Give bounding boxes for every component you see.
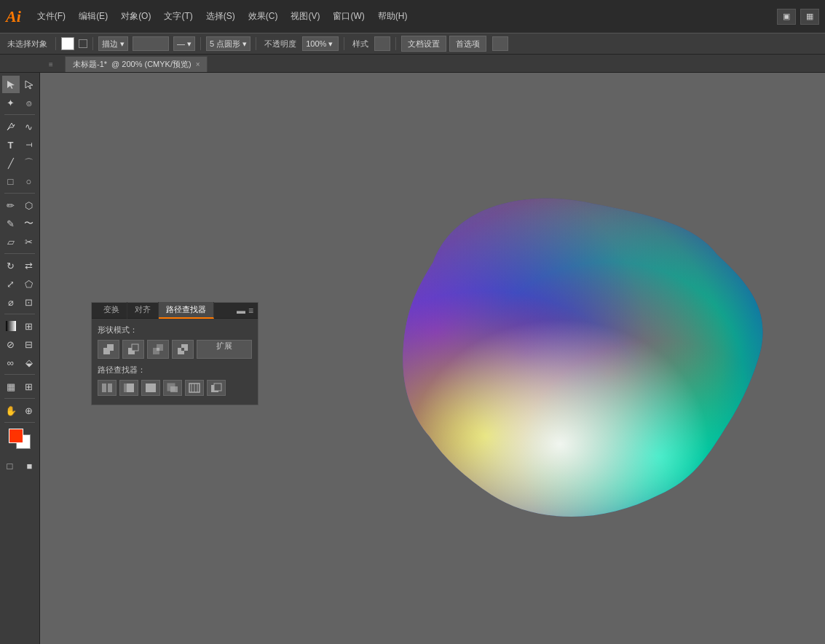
panel-tabs-bar: 变换 对齐 路径查找器	[96, 302, 214, 319]
document-tab[interactable]: 未标题-1* @ 200% (CMYK/预览) ×	[65, 56, 208, 72]
eraser-tool[interactable]: ▱	[2, 233, 20, 250]
panel-toggle[interactable]: ≡	[40, 56, 62, 72]
opacity-dropdown[interactable]: 100% ▾	[302, 36, 339, 51]
canvas-area[interactable]: 变换 对齐 路径查找器 ▬ ≡ 形状模式：	[40, 73, 825, 644]
minus-back-button[interactable]	[207, 380, 226, 396]
full-screen-btn[interactable]: ■	[21, 457, 39, 474]
menu-help[interactable]: 帮助(H)	[372, 7, 414, 25]
minus-front-button[interactable]	[122, 340, 144, 359]
rect-tool[interactable]: □	[2, 172, 20, 190]
brush-tools-row: ✏ ⬡	[2, 196, 38, 214]
scale-tool[interactable]: ⤢	[2, 275, 20, 293]
menu-window[interactable]: 窗口(W)	[327, 7, 370, 25]
blob-svg	[288, 146, 783, 560]
reflect-tool[interactable]: ⇄	[20, 257, 38, 274]
stroke-width-field[interactable]	[133, 36, 169, 51]
column-graph-tool[interactable]: ▦	[2, 378, 20, 395]
workspace-button[interactable]: ▦	[800, 9, 819, 25]
gradient-tool[interactable]	[2, 317, 20, 335]
stroke-swatch[interactable]	[79, 39, 87, 48]
tools-sep-5	[4, 374, 35, 375]
menu-edit[interactable]: 编辑(E)	[73, 7, 114, 25]
merge-button[interactable]	[141, 380, 160, 396]
type-tool[interactable]: T	[2, 136, 20, 154]
menu-select[interactable]: 选择(S)	[200, 7, 241, 25]
rotate-tool[interactable]: ↻	[2, 257, 20, 274]
style-swatch[interactable]	[374, 36, 390, 51]
tab-close-button[interactable]: ×	[196, 60, 200, 68]
selection-tools-row	[2, 76, 38, 93]
divide-button[interactable]	[98, 380, 117, 396]
no-selection-label: 未选择对象	[4, 39, 50, 49]
arc-tool[interactable]: ⌒	[20, 154, 38, 172]
panel-tab-align[interactable]: 对齐	[127, 302, 159, 319]
svg-rect-18	[181, 348, 184, 351]
brush-dropdown[interactable]: 5 点圆形 ▾	[206, 36, 250, 51]
direct-selection-tool[interactable]	[20, 76, 38, 93]
trim-button[interactable]	[119, 380, 138, 396]
shape-modes-label: 形状模式：	[98, 325, 252, 335]
view-mode-button[interactable]: ▣	[777, 9, 796, 25]
vertical-type-tool[interactable]: T	[20, 136, 38, 154]
warp-tool[interactable]: ⌀	[2, 293, 20, 311]
panel-title-buttons: ▬ ≡	[237, 306, 253, 316]
doc-settings-button[interactable]: 文档设置	[401, 36, 446, 52]
panel-minimize-button[interactable]: ▬	[237, 306, 245, 316]
smooth-tool[interactable]: 〜	[20, 215, 38, 232]
scale-tools-row: ⤢ ⬠	[2, 275, 38, 293]
selection-tool[interactable]	[2, 76, 20, 93]
paintbrush-tool[interactable]: ✏	[2, 196, 20, 214]
shear-tool[interactable]: ⬠	[20, 275, 38, 293]
stroke-type-dropdown[interactable]: — ▾	[173, 36, 195, 51]
svg-rect-10	[107, 344, 114, 351]
line-tool[interactable]: ╱	[2, 154, 20, 172]
crop-button[interactable]	[163, 380, 182, 396]
panel-tab-pathfinder[interactable]: 路径查找器	[159, 302, 214, 319]
blob-brush-tool[interactable]: ⬡	[20, 196, 38, 214]
ellipse-tool[interactable]: ○	[20, 172, 38, 190]
scissors-tool[interactable]: ✂	[20, 233, 38, 250]
pencil-tool[interactable]: ✎	[2, 215, 20, 232]
stroke-dropdown[interactable]: 描边 ▾	[98, 36, 128, 51]
svg-rect-8	[288, 146, 783, 560]
panel-menu-button[interactable]: ≡	[248, 306, 253, 316]
unite-button[interactable]	[98, 340, 119, 359]
preferences-button[interactable]: 首选项	[449, 36, 486, 52]
eyedropper-tool[interactable]: ⊘	[2, 335, 20, 353]
blend-tool[interactable]: ∞	[2, 354, 20, 371]
menu-object[interactable]: 对象(O)	[115, 7, 157, 25]
live-paint-tool[interactable]: ⬙	[20, 354, 38, 371]
lasso-tool[interactable]: ⌾	[20, 94, 38, 111]
zoom-tool[interactable]: ⊕	[20, 402, 38, 419]
hand-tool[interactable]: ✋	[2, 402, 20, 419]
menu-view[interactable]: 视图(V)	[285, 7, 325, 25]
tab-info: @ 200% (CMYK/预览)	[111, 59, 192, 70]
mesh-tool[interactable]: ⊞	[20, 317, 38, 335]
menu-file[interactable]: 文件(F)	[31, 7, 71, 25]
misc-button[interactable]	[492, 36, 508, 51]
outline-button[interactable]	[185, 380, 204, 396]
svg-rect-12	[132, 344, 138, 351]
free-transform-tool[interactable]: ⊡	[20, 293, 38, 311]
foreground-color-swatch[interactable]	[9, 429, 23, 443]
tools-sep-4	[4, 314, 35, 314]
pen-tool[interactable]	[2, 118, 20, 135]
curvature-tool[interactable]: ∿	[20, 118, 38, 135]
panel-tab-transform[interactable]: 变换	[96, 302, 127, 319]
type-tools-row: T T	[2, 136, 38, 154]
sep4	[256, 37, 256, 50]
menu-effect[interactable]: 效果(C)	[242, 7, 284, 25]
panel-titlebar[interactable]: 变换 对齐 路径查找器 ▬ ≡	[92, 303, 258, 319]
measure-tool[interactable]: ⊟	[20, 335, 38, 353]
menu-text[interactable]: 文字(T)	[158, 7, 198, 25]
artboard-tool[interactable]: ⊞	[20, 378, 38, 395]
hand-zoom-row: ✋ ⊕	[2, 402, 38, 419]
tools-sep-6	[4, 398, 35, 399]
intersect-button[interactable]	[147, 340, 169, 359]
expand-button[interactable]: 扩展	[197, 340, 252, 359]
magic-wand-tool[interactable]: ✦	[2, 94, 20, 111]
fill-swatch[interactable]	[61, 37, 74, 50]
exclude-button[interactable]	[172, 340, 194, 359]
opacity-label: 不透明度	[261, 39, 299, 49]
normal-screen-btn[interactable]: □	[1, 457, 19, 474]
